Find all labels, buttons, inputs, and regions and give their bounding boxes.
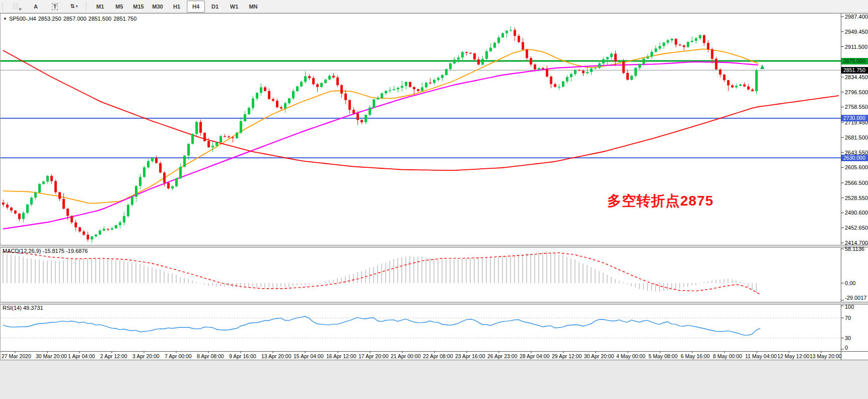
rsi-tick-label: 30: [845, 335, 851, 341]
chart-menu-icon[interactable]: ▼: [3, 17, 7, 21]
candlestick-series: [2, 26, 758, 243]
time-tick-label: 8 May 00:00: [713, 353, 742, 359]
price-tick-label: 2452.650: [845, 225, 868, 231]
time-tick-label: 7 Apr 00:00: [165, 353, 192, 359]
rsi-tick-label: 0: [845, 345, 848, 351]
rsi-indicator-label: RSI(14) 49.3731: [3, 305, 43, 311]
high-value: 2857.000: [63, 16, 87, 22]
open-value: 2853.250: [38, 16, 61, 22]
price-tick-label: 2834.450: [845, 74, 868, 80]
macd-indicator-label: MACD(12,26,9) -15.8175 -19.6876: [3, 248, 88, 254]
ma-fast-orange: [3, 49, 758, 203]
price-tick-label: 2566.500: [845, 180, 868, 186]
time-tick-label: 15 Apr 04:00: [294, 353, 324, 359]
annotation-text[interactable]: 多空转折点2875: [607, 191, 713, 211]
time-tick-label: 27 Mar 2020: [2, 353, 31, 359]
price-tick-label: 2681.500: [845, 135, 868, 141]
price-tick-label: 2987.400: [845, 14, 868, 20]
rsi-tick-label: 70: [845, 315, 851, 321]
price-tick-label: 2796.500: [845, 89, 868, 95]
price-tick-label: 2949.450: [845, 29, 868, 35]
time-tick-label: 12 May 12:00: [777, 353, 810, 359]
macd-tick-label: 58.1136: [845, 246, 864, 252]
time-tick-label: 30 Mar 20:00: [36, 353, 67, 359]
panel-separator[interactable]: [0, 302, 868, 305]
macd-tick-label: -29.0017: [845, 295, 866, 301]
time-tick-label: 11 May 04:00: [745, 353, 777, 359]
time-tick-label: 26 Apr 23:00: [487, 353, 518, 359]
price-tick-label: 2528.550: [845, 195, 868, 201]
time-tick-label: 22 Apr 08:00: [423, 353, 453, 359]
time-tick-label: 28 Apr 04:00: [520, 353, 550, 359]
time-tick-label: 16 Apr 12:00: [326, 353, 356, 359]
time-tick-label: 9 Apr 16:00: [229, 353, 256, 359]
panel-separator[interactable]: [0, 245, 868, 248]
time-tick-label: 29 Apr 12:00: [552, 353, 582, 359]
macd-tick-label: 0.00: [845, 280, 855, 286]
rsi-line: [3, 316, 760, 335]
low-value: 2851.500: [89, 16, 112, 22]
time-tick-label: 30 Apr 20:00: [584, 353, 614, 359]
time-tick-label: 4 May 00:00: [616, 353, 645, 359]
price-flag-2875.000: 2875.000: [841, 58, 868, 64]
rsi-tick-label: 100: [845, 304, 854, 310]
price-tick-label: 2911.500: [845, 44, 867, 50]
time-tick-label: 23 Apr 16:00: [455, 353, 485, 359]
time-tick-label: 13 Apr 20:00: [261, 353, 292, 359]
price-tick-label: 2414.700: [845, 240, 868, 246]
time-tick-label: 3 Apr 20:00: [132, 353, 160, 359]
price-arrow-icon: [760, 64, 764, 69]
price-flag-2851.750: 2851.750: [841, 67, 868, 74]
symbol-label: SP500-,H4: [9, 16, 36, 22]
time-tick-label: 21 Apr 00:00: [391, 353, 421, 359]
close-value: 2851.750: [113, 16, 136, 22]
price-flag-2630.000: 2630.000: [841, 155, 868, 161]
time-tick-label: 13 May 20:00: [810, 353, 842, 359]
ma-slow-red: [3, 50, 839, 170]
time-tick-label: 8 Apr 08:00: [197, 353, 224, 359]
metatrader-chart-app: F A T ⇅ ▾ M1M5M15M30H1H4D1W1MN ▼SP500-,H…: [0, 0, 868, 399]
time-tick-label: 17 Apr 20:00: [358, 353, 389, 359]
chart-canvas[interactable]: [0, 0, 868, 399]
price-tick-label: 2758.550: [845, 104, 868, 110]
time-tick-label: 1 Apr 04:00: [68, 353, 95, 359]
time-tick-label: 6 May 16:00: [681, 353, 710, 359]
time-tick-label: 5 May 08:00: [648, 353, 678, 359]
price-tick-label: 2605.600: [845, 164, 868, 170]
price-tick-label: 2490.600: [845, 210, 868, 216]
price-flag-2730.000: 2730.000: [841, 115, 868, 121]
time-tick-label: 2 Apr 12:00: [100, 353, 127, 359]
symbol-ohlc-line: ▼SP500-,H42853.2502857.0002851.5002851.7…: [3, 16, 138, 22]
